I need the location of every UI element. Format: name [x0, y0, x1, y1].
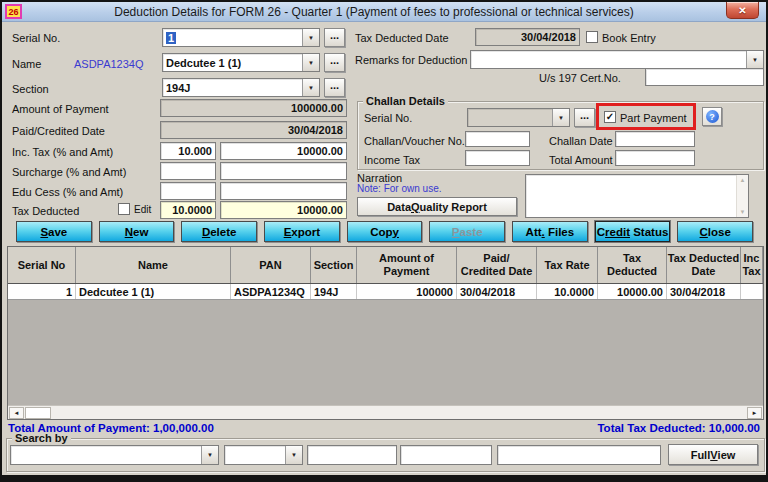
serial-no-combo[interactable]: 1 ▼: [162, 28, 320, 47]
grid-cell[interactable]: 100000: [357, 284, 457, 299]
voucher-no-field: [465, 131, 530, 147]
close-button[interactable]: Close: [677, 221, 753, 242]
surcharge-pct-field[interactable]: [160, 162, 216, 180]
tax-deducted-pct-field[interactable]: 10.0000: [160, 201, 216, 219]
grid-cell[interactable]: 194J: [311, 284, 357, 299]
remarks-combo[interactable]: ▼: [470, 50, 764, 69]
new-button[interactable]: New: [99, 221, 175, 242]
serial-no-value: 1: [166, 32, 176, 44]
edit-checkbox[interactable]: [118, 203, 130, 215]
scroll-left-icon[interactable]: ◄: [9, 407, 24, 419]
grid-cell[interactable]: 30/04/2018: [667, 284, 741, 299]
data-quality-report-button[interactable]: Data Quality Report: [357, 197, 517, 216]
challan-date-label: Challan Date: [549, 135, 613, 147]
remarks-label: Remarks for Deduction: [355, 54, 468, 66]
grid-column-header[interactable]: Paid/ Credited Date: [457, 247, 537, 283]
credit-status-button[interactable]: Credit Status: [595, 221, 671, 242]
paid-credited-date-field: 30/04/2018: [160, 121, 347, 139]
edu-cess-amt-field[interactable]: [220, 182, 347, 200]
att-files-button[interactable]: Att. Files: [512, 221, 588, 242]
deduction-details-dialog: 26 Deduction Details for FORM 26 - Quart…: [0, 0, 768, 482]
form26-app-icon: 26: [5, 4, 22, 19]
income-tax-label: Income Tax: [364, 154, 420, 166]
tax-deducted-date-field: 30/04/2018: [475, 28, 580, 46]
search-combo-1[interactable]: ▼: [10, 445, 219, 465]
total-tax-deducted: Total Tax Deducted: 10,000.00: [597, 422, 760, 434]
chevron-down-icon[interactable]: ▼: [285, 446, 302, 464]
section-combo[interactable]: 194J ▼: [162, 78, 320, 97]
search-by-title: Search by: [12, 432, 71, 444]
search-text-2[interactable]: [400, 445, 492, 465]
help-icon: ?: [706, 110, 719, 123]
inc-tax-amt-field[interactable]: 10000.00: [220, 142, 347, 160]
close-window-button[interactable]: ✕: [726, 2, 759, 19]
chevron-down-icon[interactable]: ▼: [201, 446, 218, 464]
chevron-down-icon[interactable]: ▼: [302, 54, 319, 71]
name-browse-button[interactable]: ...: [324, 53, 345, 72]
inc-tax-label: Inc. Tax (% and Amt): [12, 146, 113, 158]
grid-column-header[interactable]: Name: [76, 247, 231, 283]
section-browse-button[interactable]: ...: [324, 78, 345, 97]
grid-cell[interactable]: ASDPA1234Q: [231, 284, 311, 299]
surcharge-label: Surcharge (% and Amt): [12, 166, 126, 178]
table-row[interactable]: 1Dedcutee 1 (1)ASDPA1234Q194J10000030/04…: [8, 284, 763, 300]
save-button[interactable]: Save: [16, 221, 92, 242]
edu-cess-pct-field[interactable]: [160, 182, 216, 200]
grid-cell[interactable]: 10.0000: [537, 284, 598, 299]
grid-cell[interactable]: 10000.00: [598, 284, 667, 299]
grid-column-header[interactable]: Amount of Payment: [357, 247, 457, 283]
search-text-3[interactable]: [497, 445, 661, 465]
full-view-button[interactable]: Full View: [668, 444, 758, 465]
surcharge-amt-field[interactable]: [220, 162, 347, 180]
serial-no-browse-button[interactable]: ...: [324, 28, 345, 47]
grid-column-header[interactable]: PAN: [231, 247, 311, 283]
challan-browse-button[interactable]: ...: [574, 108, 595, 127]
name-combo[interactable]: Dedcutee 1 (1) ▼: [162, 53, 320, 72]
pan-value-label: ASDPA1234Q: [74, 58, 144, 70]
tax-deducted-date-label: Tax Deducted Date: [355, 32, 449, 44]
scroll-up-icon[interactable]: ▲: [740, 177, 746, 183]
scrollbar-thumb[interactable]: [25, 407, 51, 419]
chevron-down-icon[interactable]: ▼: [746, 51, 763, 68]
grid-column-header[interactable]: Tax Deducted Date: [667, 247, 741, 283]
challan-serial-no-label: Serial No.: [364, 112, 412, 124]
narration-note: Note: For own use.: [357, 183, 441, 194]
grid-column-header[interactable]: Tax Rate: [537, 247, 598, 283]
highlight-annotation: [596, 103, 696, 130]
grid-horizontal-scrollbar[interactable]: ◄ ►: [8, 405, 763, 419]
name-value: Dedcutee 1 (1): [166, 57, 241, 69]
scroll-down-icon[interactable]: ▼: [740, 209, 746, 215]
copy-button[interactable]: Copy: [347, 221, 423, 242]
grid-column-header[interactable]: Inc Tax: [741, 247, 763, 283]
chevron-down-icon[interactable]: ▼: [302, 29, 319, 46]
narration-textarea[interactable]: ▲ ▼: [525, 174, 749, 218]
grid-column-header[interactable]: Tax Deducted: [598, 247, 667, 283]
book-entry-checkbox[interactable]: [586, 31, 598, 43]
scroll-right-icon[interactable]: ►: [747, 407, 762, 419]
tax-deducted-amt-field[interactable]: 10000.00: [220, 201, 347, 219]
challan-date-field: [615, 131, 695, 147]
total-amount-label: Total Amount: [549, 154, 613, 166]
total-amount-field: [615, 150, 695, 166]
chevron-down-icon[interactable]: ▼: [302, 79, 319, 96]
challan-serial-no-combo: ▼: [467, 108, 570, 127]
grid-column-header[interactable]: Serial No: [8, 247, 76, 283]
grid-cell[interactable]: 30/04/2018: [457, 284, 537, 299]
grid-column-header[interactable]: Section: [311, 247, 357, 283]
grid-cell[interactable]: 1: [8, 284, 76, 299]
export-button[interactable]: Export: [264, 221, 340, 242]
edit-checkbox-label: Edit: [134, 204, 151, 215]
help-button[interactable]: ?: [702, 107, 722, 126]
cert-no-field[interactable]: [645, 68, 764, 86]
serial-no-label: Serial No.: [12, 32, 60, 44]
search-text-1[interactable]: [307, 445, 397, 465]
grid-cell[interactable]: Dedcutee 1 (1): [76, 284, 231, 299]
amount-of-payment-label: Amount of Payment: [12, 103, 109, 115]
narration-scrollbar[interactable]: ▲ ▼: [736, 175, 748, 217]
close-icon: ✕: [738, 5, 746, 16]
grid-cell[interactable]: [741, 284, 763, 299]
search-combo-2[interactable]: ▼: [224, 445, 303, 465]
toolbar: Save New Delete Export Copy Paste Att. F…: [16, 221, 753, 242]
inc-tax-pct-field[interactable]: 10.000: [160, 142, 216, 160]
delete-button[interactable]: Delete: [181, 221, 257, 242]
